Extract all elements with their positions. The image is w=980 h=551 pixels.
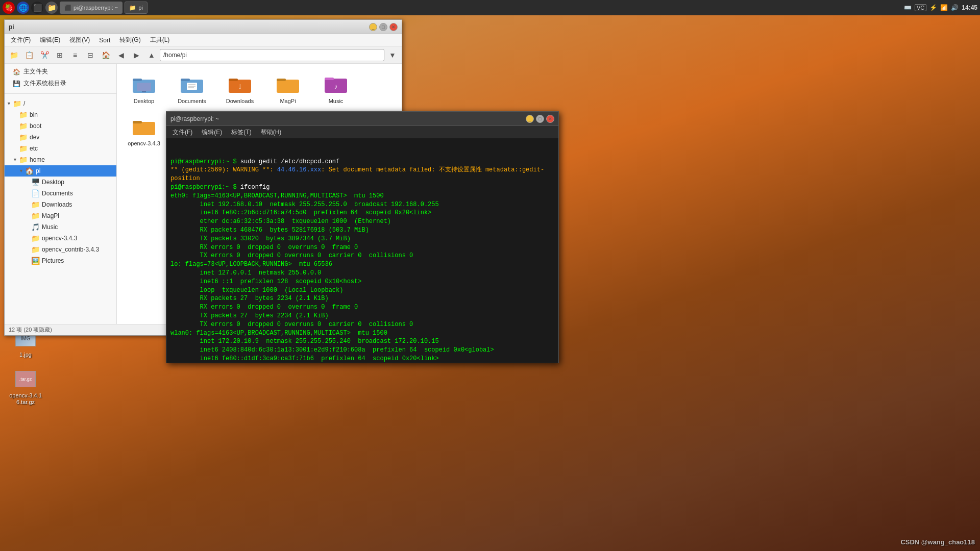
window-controls: _ □ ✕ xyxy=(369,23,398,31)
sidebar-tree-magpi[interactable]: 📁 MagPi xyxy=(5,210,116,221)
file-manager-menu: 文件(F) 编辑(E) 视图(V) Sort 转到(G) 工具(L) xyxy=(5,34,402,46)
detail-view-button[interactable]: ⊟ xyxy=(83,48,97,62)
file-manager-sidebar: 🏠 主文件夹 💾 文件系统根目录 ▼ 📁 / xyxy=(5,64,117,324)
menu-goto[interactable]: 转到(G) xyxy=(115,35,144,45)
home-button[interactable]: 🏠 xyxy=(99,48,113,62)
file-label-2: Downloads xyxy=(226,98,254,105)
file-label-0: Desktop xyxy=(134,98,154,105)
file-icon-0 xyxy=(132,71,156,96)
svg-rect-18 xyxy=(325,78,334,80)
sidebar-tree-home[interactable]: ▼ 📁 home xyxy=(5,154,116,165)
file-label-3: MagPi xyxy=(280,98,296,105)
address-dropdown[interactable]: ▼ xyxy=(385,48,400,62)
wifi-icon: 📶 xyxy=(940,4,948,11)
back-button[interactable]: ◀ xyxy=(114,48,128,62)
file-manager-toolbar: 📁 📋 ✂️ ⊞ ≡ ⊟ 🏠 ◀ ▶ ▲ ▼ xyxy=(5,46,402,64)
icon-view-button[interactable]: ⊞ xyxy=(53,48,67,62)
file-label-5: opencv-3.4.3 xyxy=(128,140,160,147)
file-item-magpi[interactable]: MagPi xyxy=(265,68,311,108)
sidebar-tree-documents[interactable]: 📄 Documents xyxy=(5,188,116,199)
sidebar-tree: ▼ 📁 / 📁 bin 📁 boot xyxy=(5,96,116,268)
terminal-menu-tabs[interactable]: 标签(T) xyxy=(227,127,255,138)
watermark: CSDN @wang_chao118 xyxy=(900,538,975,546)
sidebar-tree-bin[interactable]: 📁 bin xyxy=(5,109,116,120)
time-display: 14:45 xyxy=(962,4,977,11)
terminal-menu-help[interactable]: 帮助(H) xyxy=(257,127,286,138)
sidebar-tree-downloads[interactable]: 📁 Downloads xyxy=(5,199,116,210)
terminal-titlebar[interactable]: pi@raspberrypi: ~ _ □ ✕ xyxy=(166,112,558,126)
sidebar-home[interactable]: 🏠 主文件夹 xyxy=(5,66,116,78)
statusbar-text: 12 项 (20 项隐藏) xyxy=(9,326,52,334)
new-folder-button[interactable]: 📁 xyxy=(7,48,21,62)
file-item-opencv-3-4-3[interactable]: opencv-3.4.3 xyxy=(121,110,167,157)
file-item-music[interactable]: ♪Music xyxy=(313,68,359,108)
terminal-minimize-button[interactable]: _ xyxy=(526,115,534,123)
svg-text:↓: ↓ xyxy=(238,82,242,90)
jpg-label: 1.jpg xyxy=(19,352,32,358)
cut-button[interactable]: ✂️ xyxy=(37,48,52,62)
file-manager-title: pi xyxy=(9,23,14,31)
terminal-close-button[interactable]: ✕ xyxy=(546,115,554,123)
raspberry-icon[interactable]: 🍓 xyxy=(3,2,15,14)
svg-rect-20 xyxy=(133,122,155,135)
terminal-menu: 文件(F) 编辑(E) 标签(T) 帮助(H) xyxy=(166,126,558,138)
terminal-icon[interactable]: ⬛ xyxy=(31,2,43,14)
svg-rect-21 xyxy=(133,121,142,123)
svg-text:♪: ♪ xyxy=(334,82,338,90)
file-item-documents[interactable]: Documents xyxy=(169,68,215,108)
file-icon-2: ↓ xyxy=(228,71,252,96)
globe-icon[interactable]: 🌐 xyxy=(17,2,29,14)
bluetooth-icon: ⚡ xyxy=(929,4,937,11)
svg-rect-12 xyxy=(229,79,238,81)
close-button[interactable]: ✕ xyxy=(389,23,398,31)
sidebar-tree-dev[interactable]: 📁 dev xyxy=(5,132,116,143)
terminal-menu-file[interactable]: 文件(F) xyxy=(168,127,197,138)
sidebar-tree-opencv[interactable]: 📁 opencv-3.4.3 xyxy=(5,233,116,244)
menu-view[interactable]: 视图(V) xyxy=(65,35,94,45)
maximize-button[interactable]: □ xyxy=(379,23,387,31)
sidebar-bookmarks: 🏠 主文件夹 💾 文件系统根目录 xyxy=(5,64,116,91)
menu-file[interactable]: 文件(F) xyxy=(7,35,35,45)
forward-button[interactable]: ▶ xyxy=(129,48,143,62)
menu-tools[interactable]: 工具(L) xyxy=(146,35,174,45)
minimize-button[interactable]: _ xyxy=(369,23,377,31)
address-bar[interactable] xyxy=(160,49,384,61)
menu-sort[interactable]: Sort xyxy=(95,36,114,45)
list-view-button[interactable]: ≡ xyxy=(68,48,82,62)
sidebar-tree-opencv-contrib[interactable]: 📁 opencv_contrib-3.4.3 xyxy=(5,244,116,255)
svg-rect-14 xyxy=(277,80,299,93)
taskbar: 🍓 🌐 ⬛ 📁 ⬛ pi@raspberrypi: ~ 📁 pi ⌨️ VC ⚡… xyxy=(0,0,980,15)
terminal-menu-edit[interactable]: 编辑(E) xyxy=(198,127,226,138)
menu-edit[interactable]: 编辑(E) xyxy=(36,35,64,45)
copy-button[interactable]: 📋 xyxy=(22,48,36,62)
sidebar-tree-pi[interactable]: ▼ 🏠 pi xyxy=(5,165,116,177)
up-button[interactable]: ▲ xyxy=(144,48,159,62)
sidebar-tree-desktop[interactable]: 🖥️ Desktop xyxy=(5,177,116,188)
sidebar-tree-etc[interactable]: 📁 etc xyxy=(5,143,116,154)
sidebar-root[interactable]: 💾 文件系统根目录 xyxy=(5,78,116,89)
terminal-content[interactable]: pi@raspberrypi:~ $ sudo gedit /etc/dhcpc… xyxy=(166,138,558,363)
sidebar-tree-root[interactable]: ▼ 📁 / xyxy=(5,98,116,109)
taskbar-left: 🍓 🌐 ⬛ 📁 ⬛ pi@raspberrypi: ~ 📁 pi xyxy=(3,2,148,14)
folder-icon[interactable]: 📁 xyxy=(45,2,58,14)
file-item-downloads[interactable]: ↓Downloads xyxy=(217,68,263,108)
sidebar-tree-pictures[interactable]: 🖼️ Pictures xyxy=(5,255,116,266)
desktop-icon-tarball[interactable]: .tar.gz opencv-3.4.16.tar.gz xyxy=(5,365,46,408)
file-manager-titlebar[interactable]: pi _ □ ✕ xyxy=(5,20,402,34)
taskbar-app-filemanager[interactable]: 📁 pi xyxy=(125,2,148,14)
terminal-maximize-button[interactable]: □ xyxy=(536,115,544,123)
svg-rect-6 xyxy=(181,79,190,81)
file-icon-4: ♪ xyxy=(324,71,348,96)
terminal-title: pi@raspberrypi: ~ xyxy=(170,115,219,122)
sidebar-tree-boot[interactable]: 📁 boot xyxy=(5,120,116,132)
file-item-desktop[interactable]: Desktop xyxy=(121,68,167,108)
file-icon-5 xyxy=(132,114,156,138)
file-label-1: Documents xyxy=(178,98,206,105)
keyboard-icon: ⌨️ xyxy=(904,4,912,11)
file-label-4: Music xyxy=(329,98,344,105)
vc-icon: VC xyxy=(915,4,926,11)
svg-rect-2 xyxy=(133,79,142,81)
sidebar-tree-music[interactable]: 🎵 Music xyxy=(5,221,116,233)
taskbar-app-terminal[interactable]: ⬛ pi@raspberrypi: ~ xyxy=(60,2,122,14)
file-icon-1 xyxy=(180,71,204,96)
